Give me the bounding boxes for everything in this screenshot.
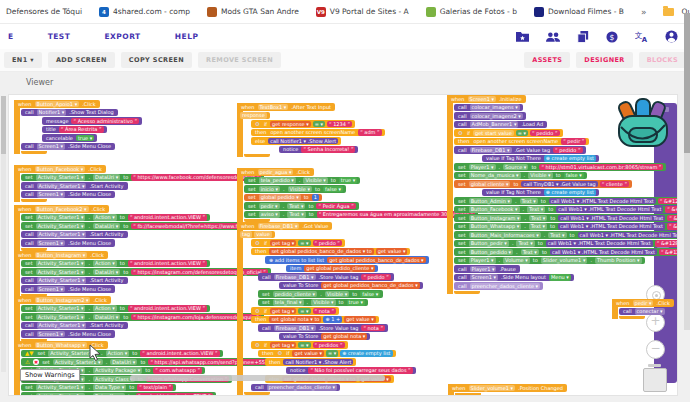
block-row[interactable]: settela_final ▾.Visible ▾totrue ▾ [258, 299, 368, 307]
block-stack[interactable]: whenTextBox1 ▾.After Text Inputresponse⚙… [237, 103, 385, 157]
block-row[interactable]: setaviso ▾.Text ▾to“ Entregaremos sua ág… [244, 211, 478, 219]
block-row[interactable]: response [237, 112, 270, 120]
block-row[interactable]: callActivity_Starter1 ▾.Start Activity [21, 322, 128, 330]
block-row[interactable]: notice“ Senha Incorreta! ” [279, 146, 358, 154]
trash-can[interactable] [643, 368, 667, 392]
block-row[interactable]: value To Storeget global nota ▾ [279, 333, 370, 341]
block-row[interactable]: callScreen1 ▾.Side Menu Close [21, 143, 115, 151]
block-stack[interactable]: whenButton_Instagram ▾.ClicksetActivity_… [14, 251, 271, 297]
block-row[interactable]: value To Storeget global pedidos_banco_d… [279, 282, 423, 290]
menu-item-test[interactable]: TEST [48, 32, 71, 41]
block-row[interactable]: whenTextBox1 ▾.After Text Input [237, 103, 335, 111]
block-row[interactable]: setActivity_Starter1 ▾.DataUri ▾to“ http… [21, 313, 264, 321]
block-row[interactable]: notice“ Não foi possível carregar seus d… [286, 367, 416, 375]
bookmark-item[interactable]: Galerias de Fotos - b [426, 7, 517, 17]
block-row[interactable]: title“ Área Restrita ” [42, 126, 107, 134]
block-row[interactable]: setNome_da_musica ▾.Visible ▾tofalse ▾ [454, 172, 587, 180]
block-row[interactable]: callScreen1 ▾.Side Menu Close [21, 191, 115, 199]
block-stack[interactable]: whenButton_Apoio1 ▾.ClickcallNotifier1 ▾… [14, 100, 142, 154]
block-row[interactable]: setActivity_Starter1 ▾.Data Type ▾to“ te… [21, 384, 176, 392]
block-row[interactable]: setButton_Admin ▾.Text ▾tocall Web1 ▾ .H… [454, 197, 678, 205]
block-row[interactable]: setButton_pedido ▾.Text ▾tocall Web1 ▾ .… [454, 248, 678, 256]
block-row[interactable]: callcolocar_imagens ▾ [454, 104, 523, 112]
block-row[interactable]: setButton_Mais_Informacoes ▾.Text ▾tocal… [454, 231, 678, 239]
menu-item-cropped[interactable]: E [8, 32, 14, 41]
blocks-canvas[interactable]: + − Show Warnings whenButton_Apoio1 ▾.Cl… [8, 94, 678, 396]
bookmark-item[interactable]: 44shared.com - comp [99, 7, 190, 17]
block-row[interactable]: settela_pedido ▾.Visible ▾totrue ▾ [244, 177, 360, 185]
block-row[interactable]: callScreen1 ▾.Side Menu layoutMenu ▾ [454, 274, 574, 282]
block-row[interactable]: thenset global nota ▾ to⊕ 1 +get value ▾ [251, 316, 379, 324]
block-row[interactable]: callPlayer1 ▾.Pause [454, 265, 520, 273]
block-row[interactable]: setinicio ▾.Visible ▾tofalse ▾ [244, 185, 346, 193]
backpack-icon[interactable] [615, 97, 671, 153]
bookmark-item[interactable]: Mods GTA San Andre [207, 7, 299, 17]
add-screen-button[interactable]: ADD SCREEN [48, 52, 115, 68]
block-row[interactable]: whenpedir_agua ▾.Click [237, 168, 314, 176]
window-scrollbar-thumb[interactable] [684, 13, 690, 153]
block-row[interactable]: thenset global pedidos_banco_de_dados ▾ … [251, 248, 410, 256]
block-row[interactable]: cancelabletrue ▾ [42, 134, 97, 142]
block-stack[interactable]: whenpedir ▾.Clickcallconectar ▾ [612, 299, 674, 319]
block-row[interactable]: setActivity_Starter1 ▾.DataUri ▾to“ http… [21, 268, 271, 276]
block-row[interactable]: setPlayer1 ▾.Volume ▾toSlider_volume1 ▾.… [454, 257, 645, 265]
block-row[interactable]: ⚙ifget start value= ▾“ pedido ” [454, 129, 563, 137]
block-row[interactable]: setpedido_cliente ▾.Visible ▾tofalse ▾ [258, 290, 383, 298]
block-row[interactable]: thencall Notifier1 ▾ .Show Alert [265, 358, 356, 366]
block-row[interactable]: callActivity_Starter1 ▾.Start Activity [21, 182, 128, 190]
block-row[interactable]: whenButton_Instagram2 ▾.Click [14, 296, 111, 304]
block-row[interactable]: callconectar ▾ [619, 308, 668, 316]
block-row[interactable]: ⚙ifget response ▾= ▾“ 1234 ” [251, 120, 355, 128]
copy-screen-button[interactable]: COPY SCREEN [121, 52, 192, 68]
copy-icon[interactable] [577, 31, 589, 43]
block-row[interactable]: whenpedir ▾.Click [612, 299, 674, 307]
block-row[interactable]: callFirebase_DB1 ▾.Get Value tag“ pedido… [454, 146, 586, 154]
block-row[interactable]: setButton_Instagram ▾.Text ▾tocall Web1 … [454, 214, 678, 222]
block-row[interactable]: whenFirebase_DB1 ▾.Got Value [237, 222, 332, 230]
block-row[interactable]: setButton_Facebook ▾.Text ▾tocall Web1 ▾… [454, 206, 678, 214]
block-row[interactable]: setActivity_Starter1 ▾.Action ▾to“ andro… [21, 260, 210, 268]
block-row[interactable]: tagvalue [237, 231, 275, 239]
block-stack[interactable]: whenSlider_volume1 ▾.Position Changed [448, 384, 567, 396]
block-row[interactable]: whenButton_Apoio1 ▾.Click [14, 100, 100, 108]
block-row[interactable]: callActivity_Starter1 ▾.Start Activity [21, 277, 128, 285]
bookmark-item[interactable]: Download Filmes - B [534, 7, 624, 17]
block-row[interactable]: setButton_Whatsapp ▾.Text ▾tocall Web1 ▾… [454, 223, 678, 231]
block-row[interactable]: callNotifier1 ▾.Show Text Dialog [21, 109, 118, 117]
block-row[interactable]: thenopen another screen screenName“ adm … [251, 129, 385, 137]
translate-icon[interactable]: 文A [635, 31, 648, 43]
block-row[interactable]: ⊕ add items to list listget global pedid… [265, 256, 429, 264]
account-icon[interactable] [665, 30, 678, 43]
block-row[interactable]: setButton_pedir ▾.Text ▾tocall Web1 ▾ .H… [454, 240, 678, 248]
horizontal-scrollbar-thumb[interactable] [130, 375, 385, 381]
bookmarks-overflow-chevron[interactable]: » [641, 7, 647, 17]
block-row[interactable]: itemget global pedido_cliente ▾ [286, 265, 378, 273]
block-stack[interactable]: whenpedir_agua ▾.Clicksettela_pedido ▾.V… [237, 168, 478, 222]
block-row[interactable]: ⚙ifget tag ▾= ▾“ pedido ” [251, 239, 345, 247]
users-icon[interactable] [546, 31, 560, 42]
block-stack[interactable]: whenFirebase_DB1 ▾.Got Valuetagvalue⚙ifg… [237, 222, 429, 395]
block-row[interactable]: setActivity_Starter1 ▾.DataUri ▾to“ http… [21, 174, 264, 182]
block-row[interactable]: callpreencher_dados_cliente ▾ [454, 282, 543, 290]
block-row[interactable]: ⚙ifget tag ▾= ▾“ pedidos ” [251, 341, 348, 349]
block-row[interactable]: value If Tag Not There⊕ create empty lis… [482, 155, 599, 163]
block-stack[interactable]: whenButton_Facebook ▾.ClicksetActivity_S… [14, 165, 264, 202]
block-row[interactable]: callcolocar_imagens2 ▾ [454, 112, 526, 120]
block-row[interactable]: callActivity_Starter1 ▾.Start Activity [21, 231, 128, 239]
block-row[interactable]: callpreencher_dados_cliente ▾ [251, 384, 340, 392]
zoom-out-button[interactable]: − [646, 340, 665, 359]
block-row[interactable]: ▲▼setActivity_Starter1 ▾.Action ▾to“ and… [21, 350, 223, 358]
earnings-icon[interactable]: $ [606, 31, 618, 43]
block-row[interactable]: message“ Acesso administrativo ” [42, 117, 142, 125]
block-row[interactable]: setpedir ▾.Text ▾to“ Pedir Água ” [244, 202, 359, 210]
window-scrollbar[interactable] [684, 13, 690, 330]
show-warnings-tooltip[interactable]: Show Warnings [20, 369, 80, 381]
block-row[interactable]: callAdMob_Banner1 ▾.Load Ad [454, 121, 547, 129]
block-row[interactable]: value If Tag Not There⊕ create empty lis… [482, 189, 599, 197]
block-stack[interactable]: whenButton_Instagram2 ▾.ClicksetActivity… [14, 296, 264, 342]
designer-button[interactable]: DESIGNER [576, 52, 632, 68]
block-row[interactable]: elsecall Notifier1 ▾ .Show Alert [251, 137, 341, 145]
block-row[interactable]: thenopen another screen screenName“ pedi… [454, 138, 589, 146]
block-row[interactable]: setActivity_Starter1 ▾.Action ▾to“ andro… [21, 305, 210, 313]
block-row[interactable]: whenSlider_volume1 ▾.Position Changed [448, 384, 567, 392]
